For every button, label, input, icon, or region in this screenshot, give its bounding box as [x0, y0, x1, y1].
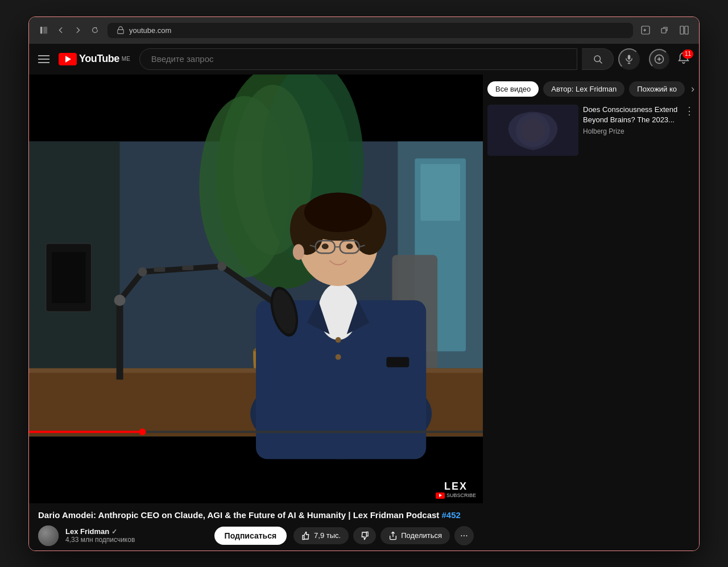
svg-point-42 — [322, 243, 329, 249]
youtube-header: YouTubeME 11 — [29, 44, 699, 75]
svg-rect-0 — [40, 27, 43, 34]
like-button[interactable]: 7,9 тыс. — [293, 527, 349, 544]
browser-controls — [38, 24, 101, 36]
more-options-button[interactable]: ··· — [454, 526, 474, 545]
dislike-button[interactable] — [353, 527, 376, 544]
video-player[interactable]: LEX SUBSCRIBE — [29, 75, 483, 503]
youtube-logo-text: YouTube — [79, 53, 119, 65]
action-buttons: 7,9 тыс. Поделиться ··· — [293, 526, 474, 545]
svg-point-30 — [336, 337, 341, 342]
forward-button[interactable] — [72, 24, 84, 36]
suggested-more-button[interactable]: ⋮ — [684, 105, 694, 117]
video-info-bar: Dario Amodei: Anthropic CEO on Claude, A… — [29, 503, 483, 551]
svg-rect-8 — [628, 55, 631, 59]
tab-author[interactable]: Автор: Lex Fridman — [543, 81, 624, 97]
address-text: youtube.com — [129, 26, 171, 35]
svg-point-31 — [336, 354, 341, 359]
voice-search-button[interactable] — [618, 48, 640, 70]
svg-point-44 — [293, 244, 304, 260]
channel-subscribers: 4,33 млн подписчиков — [65, 536, 208, 544]
svg-rect-45 — [386, 357, 409, 367]
channel-watermark: LEX SUBSCRIBE — [436, 481, 476, 499]
tab-similar[interactable]: Похожий ко — [629, 81, 685, 97]
address-bar[interactable]: youtube.com — [107, 23, 633, 38]
tab-all-videos[interactable]: Все видео — [487, 81, 539, 97]
sidebar-toggle-button[interactable] — [38, 24, 49, 36]
split-view-icon[interactable] — [679, 24, 690, 36]
svg-rect-1 — [43, 27, 47, 34]
video-title: Dario Amodei: Anthropic CEO on Claude, A… — [38, 509, 474, 521]
svg-rect-5 — [685, 26, 688, 34]
svg-point-36 — [304, 192, 373, 232]
main-content: LEX SUBSCRIBE Dario Amodei: Anthropic CE… — [29, 75, 699, 551]
subscribe-button[interactable]: Подписаться — [214, 527, 287, 545]
video-section: LEX SUBSCRIBE Dario Amodei: Anthropic CE… — [29, 75, 483, 551]
svg-rect-18 — [420, 164, 460, 221]
dislike-icon — [360, 531, 369, 540]
verified-icon: ✓ — [111, 528, 117, 536]
share-page-icon[interactable] — [640, 24, 651, 36]
svg-point-43 — [346, 243, 353, 249]
svg-point-59 — [139, 428, 146, 435]
watermark-yt-icon — [436, 492, 445, 499]
create-icon — [653, 53, 665, 65]
svg-line-7 — [599, 61, 602, 63]
watermark-subscribe: SUBSCRIBE — [436, 492, 476, 499]
notification-badge: 11 — [682, 49, 693, 59]
suggested-video-channel: Holberg Prize — [583, 127, 680, 135]
browser-right-icons — [640, 24, 690, 36]
search-input[interactable] — [139, 48, 577, 70]
svg-point-54 — [217, 262, 226, 271]
like-count: 7,9 тыс. — [314, 531, 341, 540]
share-button[interactable]: Поделиться — [380, 527, 450, 544]
right-panel-tabs: Все видео Автор: Lex Fridman Похожий ко … — [487, 79, 694, 101]
svg-rect-58 — [29, 431, 143, 433]
youtube-logo[interactable]: YouTubeME — [59, 53, 130, 65]
back-button[interactable] — [55, 24, 67, 36]
svg-rect-56 — [182, 266, 193, 270]
search-area — [139, 48, 640, 70]
lock-icon — [117, 26, 125, 34]
svg-rect-3 — [661, 28, 666, 33]
channel-info: Lex Fridman ✓ 4,33 млн подписчиков — [65, 527, 208, 544]
reload-button[interactable] — [89, 24, 101, 36]
video-scene — [29, 75, 483, 503]
svg-rect-4 — [680, 26, 684, 34]
watermark-subscribe-text: SUBSCRIBE — [446, 492, 476, 498]
browser-chrome: youtube.com — [29, 17, 699, 44]
watermark-name: LEX — [444, 481, 468, 492]
avatar-image — [38, 525, 59, 546]
share-icon — [388, 531, 398, 540]
like-icon — [301, 531, 311, 540]
extensions-icon[interactable] — [659, 24, 671, 36]
tabs-more-button[interactable]: › — [691, 83, 694, 95]
svg-point-52 — [114, 294, 126, 305]
right-panel: Все видео Автор: Lex Fridman Похожий ко … — [483, 75, 699, 551]
share-label: Поделиться — [401, 531, 442, 540]
hamburger-menu[interactable] — [38, 55, 49, 63]
suggested-thumbnail — [487, 105, 578, 156]
svg-rect-15 — [52, 252, 86, 303]
browser-window: youtube.com YouTubeME — [28, 16, 700, 551]
svg-point-6 — [594, 56, 601, 62]
youtube-logo-me: ME — [122, 56, 130, 62]
notifications-button[interactable]: 11 — [677, 52, 690, 67]
search-icon — [593, 54, 603, 64]
video-episode[interactable]: #452 — [442, 510, 461, 520]
suggested-video-item[interactable]: Does Consciousness Extend Beyond Brains?… — [487, 101, 694, 159]
svg-rect-55 — [154, 267, 165, 272]
youtube-logo-icon — [59, 53, 77, 65]
search-button[interactable] — [582, 48, 614, 70]
channel-name: Lex Fridman ✓ — [65, 527, 208, 536]
svg-point-53 — [138, 267, 147, 276]
channel-row: Lex Fridman ✓ 4,33 млн подписчиков Подпи… — [38, 525, 474, 546]
suggested-video-info: Does Consciousness Extend Beyond Brains?… — [583, 105, 680, 156]
microphone-icon — [624, 54, 634, 64]
channel-avatar[interactable] — [38, 525, 59, 546]
suggested-video-title: Does Consciousness Extend Beyond Brains?… — [583, 105, 680, 125]
header-right-actions: 11 — [649, 49, 690, 69]
create-button[interactable] — [649, 49, 669, 69]
suggested-thumb-image — [487, 105, 578, 156]
